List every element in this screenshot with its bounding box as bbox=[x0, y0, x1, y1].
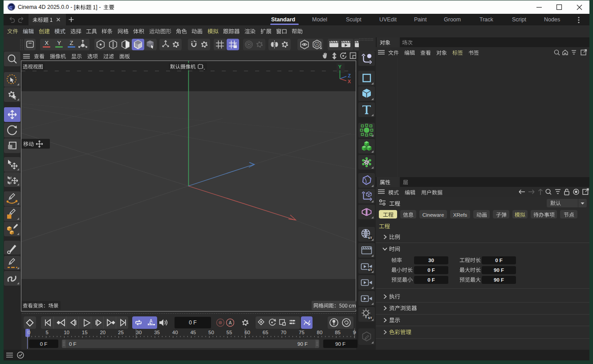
svg-text:ST: ST bbox=[368, 236, 372, 240]
svg-text:A: A bbox=[316, 42, 318, 47]
svg-text:X: X bbox=[348, 79, 351, 84]
svg-text:Y: Y bbox=[338, 64, 342, 69]
svg-text:ST: ST bbox=[368, 316, 372, 320]
svg-text:Z: Z bbox=[348, 73, 351, 78]
svg-text:A: A bbox=[229, 320, 232, 325]
svg-text:ST: ST bbox=[368, 268, 372, 272]
